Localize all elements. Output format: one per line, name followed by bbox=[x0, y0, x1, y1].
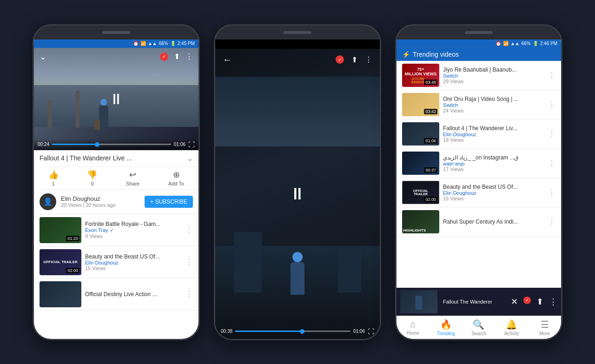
mini-title: Fallout The Wanderer bbox=[443, 299, 505, 304]
trending-more-2[interactable]: ⋮ bbox=[548, 100, 555, 109]
trending-more-5[interactable]: ⋮ bbox=[548, 188, 555, 197]
trending-duration-5: 02:00 bbox=[424, 197, 437, 202]
alarm-icon: ⏰ bbox=[133, 41, 139, 46]
trending-thumb-1: 75+MILLION VIEWS JIYO REBAAHUBALI 03:48 bbox=[402, 64, 439, 87]
search-nav-icon: 🔍 bbox=[473, 319, 484, 330]
phone-1: ⏰ 📶 ▲▲ 66% 🔋 2:45 PM ⌄ bbox=[33, 24, 200, 340]
nav-more[interactable]: ☰ More bbox=[528, 319, 561, 336]
video-progress-1[interactable]: 00:24 01:06 ⛶ bbox=[34, 139, 198, 150]
status-bar-1: ⏰ 📶 ▲▲ 66% 🔋 2:45 PM bbox=[34, 40, 198, 48]
collapse-icon[interactable]: ⌄ bbox=[40, 52, 46, 62]
more-nav-icon: ☰ bbox=[541, 319, 549, 330]
nav-search[interactable]: 🔍 Search bbox=[463, 319, 496, 336]
more-icon-2[interactable]: ⋮ bbox=[365, 55, 372, 64]
mini-share-icon[interactable]: ⬆ bbox=[536, 297, 543, 307]
related-info-2: Beauty and the Beast US Of... Elin Dough… bbox=[85, 253, 182, 271]
mini-close-icon[interactable]: ✕ bbox=[511, 297, 518, 307]
trending-title-text-2: Ore Oru Raja | Video Song | ... bbox=[443, 96, 544, 102]
trending-views-4: 17 Views bbox=[443, 166, 544, 172]
trending-more-3[interactable]: ⋮ bbox=[548, 129, 555, 138]
trending-thumb-5: OFFICIALTRAILER 02:00 bbox=[402, 181, 439, 204]
more-options-2[interactable]: ⋮ bbox=[185, 258, 193, 266]
nav-search-label: Search bbox=[471, 331, 486, 336]
share-button[interactable]: ↩ Share bbox=[126, 170, 139, 186]
trending-channel-4[interactable]: wael anjo bbox=[443, 161, 544, 166]
chevron-down-icon[interactable]: ⌄ bbox=[187, 154, 193, 163]
trending-channel-3[interactable]: Elin Doughouz bbox=[443, 132, 544, 137]
trending-title-1: Jiyo Re Baahubali | Baanub... bbox=[443, 66, 544, 73]
mini-record-dot: ✓ bbox=[523, 297, 531, 304]
related-title-1: Fortnite Battle Royale - Gam... bbox=[85, 221, 182, 227]
nav-home[interactable]: ⌂ Home bbox=[397, 319, 430, 336]
figure-head bbox=[100, 99, 107, 106]
trending-channel-1[interactable]: Switch bbox=[443, 73, 544, 79]
phone-3: ⏰ 📶 ▲▲ 66% 🔋 2:46 PM ⚡ Trending videos 7… bbox=[395, 24, 562, 340]
fs-figure-body bbox=[291, 262, 304, 295]
fs-structure-2 bbox=[338, 246, 361, 292]
fs-progress-track[interactable] bbox=[235, 331, 350, 332]
battery-icon: 🔋 bbox=[170, 41, 176, 46]
nav-trending[interactable]: 🔥 Trending bbox=[430, 319, 463, 336]
progress-track-1[interactable] bbox=[52, 144, 171, 145]
back-icon[interactable]: ← bbox=[223, 54, 232, 65]
trending-channel-2[interactable]: Switch bbox=[443, 102, 544, 108]
trending-item-1[interactable]: 75+MILLION VIEWS JIYO REBAAHUBALI 03:48 … bbox=[397, 61, 561, 90]
trending-item-5[interactable]: OFFICIALTRAILER 02:00 Beauty and the Bea… bbox=[397, 178, 561, 207]
mini-info: Fallout The Wanderer bbox=[441, 299, 507, 304]
trending-title: Trending videos bbox=[413, 51, 459, 58]
related-title-3: Official Destiny Live Action ... bbox=[85, 291, 182, 298]
nav-more-label: More bbox=[539, 331, 550, 336]
avatar-1: 👤 bbox=[40, 193, 56, 210]
like-count: 1 bbox=[52, 181, 55, 186]
trending-thumb-2: 03:42 bbox=[402, 93, 439, 116]
trending-title-text-6: Rahul Super Century As Indi... bbox=[443, 218, 544, 225]
trending-views-1: 29 Views bbox=[443, 79, 544, 84]
like-button[interactable]: 👍 1 bbox=[48, 170, 59, 186]
mini-player[interactable]: Fallout The Wanderer ✕ ✓ ⬆ ⋮ bbox=[397, 288, 561, 316]
wifi-icon-3: 📶 bbox=[503, 41, 509, 46]
trending-item-3[interactable]: 01:06 Fallout 4 | The Wanderer Liv... El… bbox=[397, 119, 561, 149]
trending-channel-5[interactable]: Elin Doughouz bbox=[443, 190, 544, 196]
mini-thumb bbox=[400, 290, 437, 313]
phone-2-screen: ← ✓ ⬆ ⋮ ⏸ 00:38 01:06 ⛶ bbox=[215, 40, 380, 339]
fullscreen-icon-1[interactable]: ⛶ bbox=[188, 141, 195, 148]
duration-1: 01:20 bbox=[66, 236, 79, 241]
fs-progress[interactable]: 00:38 01:06 ⛶ bbox=[215, 324, 380, 339]
more-options-1[interactable]: ⋮ bbox=[185, 225, 193, 234]
share-icon-1[interactable]: ⬆ bbox=[174, 52, 180, 61]
add-to-label: Add To bbox=[168, 181, 184, 186]
trending-more-4[interactable]: ⋮ bbox=[548, 159, 555, 167]
dislike-button[interactable]: 👎 0 bbox=[87, 170, 97, 186]
share-icon-2[interactable]: ⬆ bbox=[351, 55, 357, 64]
trending-more-6[interactable]: ⋮ bbox=[548, 217, 555, 226]
status-bar-3: ⏰ 📶 ▲▲ 66% 🔋 2:46 PM bbox=[397, 40, 561, 48]
trending-info-6: Rahul Super Century As Indi... bbox=[443, 218, 544, 225]
current-time-1: 00:24 bbox=[38, 142, 49, 147]
progress-fill-1 bbox=[52, 144, 97, 145]
video-player-1[interactable]: ⌄ ✓ ⬆ ⋮ ⏸ 00:24 01:06 ⛶ bbox=[34, 48, 198, 150]
trending-item-2[interactable]: 03:42 Ore Oru Raja | Video Song | ... Sw… bbox=[397, 90, 561, 119]
signal-icon-3: ▲▲ bbox=[510, 41, 520, 46]
related-info-1: Fortnite Battle Royale - Gam... Exon Tra… bbox=[85, 221, 182, 239]
trending-title-text-4: زياد الزيدي_ _on Instagram ...ق bbox=[443, 154, 544, 161]
trending-item-6[interactable]: HIGHLIGHTS Rahul Super Century As Indi..… bbox=[397, 207, 561, 237]
record-dot-2: ✓ bbox=[336, 55, 344, 64]
pause-button-1[interactable]: ⏸ bbox=[109, 90, 124, 107]
fs-expand-icon[interactable]: ⛶ bbox=[368, 328, 374, 335]
trending-thumb-3: 01:06 bbox=[402, 122, 439, 146]
mini-more-icon[interactable]: ⋮ bbox=[549, 297, 557, 307]
nav-activity[interactable]: 🔔 Activity bbox=[495, 319, 528, 336]
signal-icon: ▲▲ bbox=[148, 41, 157, 46]
nav-trending-label: Trending bbox=[437, 331, 455, 336]
subscribe-button-1[interactable]: + SUBSCRIBE bbox=[145, 196, 193, 208]
more-icon-1[interactable]: ⋮ bbox=[185, 52, 193, 61]
status-bar-2 bbox=[215, 40, 380, 49]
dog-figure bbox=[94, 120, 100, 130]
trending-more-1[interactable]: ⋮ bbox=[548, 71, 555, 79]
fullscreen-video-player[interactable]: ← ✓ ⬆ ⋮ ⏸ 00:38 01:06 ⛶ bbox=[215, 49, 380, 339]
trending-item-4[interactable]: 00:37 زياد الزيدي_ _on Instagram ...ق wa… bbox=[397, 149, 561, 178]
more-options-3[interactable]: ⋮ bbox=[185, 290, 193, 298]
add-to-button[interactable]: ⊕ Add To bbox=[168, 170, 184, 186]
trending-thumb-6: HIGHLIGHTS bbox=[402, 210, 439, 233]
pause-button-2[interactable]: ⏸ bbox=[289, 184, 306, 204]
